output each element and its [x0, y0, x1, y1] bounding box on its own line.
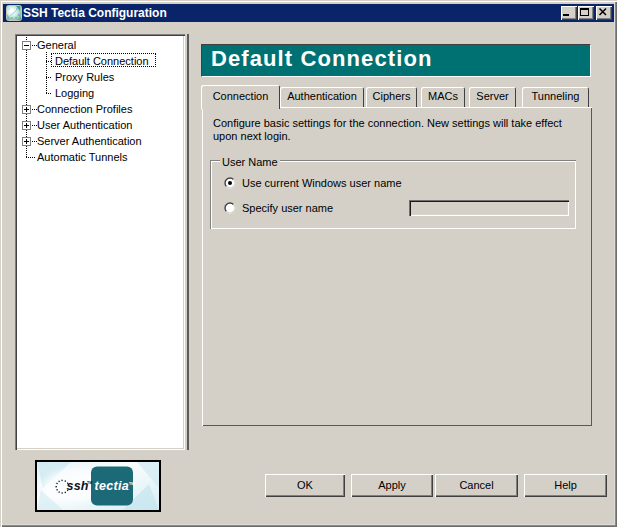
- svg-text:TM: TM: [129, 482, 134, 486]
- svg-text:ssh: ssh: [67, 479, 89, 493]
- svg-text:TM: TM: [87, 481, 92, 485]
- svg-text:tectia: tectia: [95, 479, 129, 493]
